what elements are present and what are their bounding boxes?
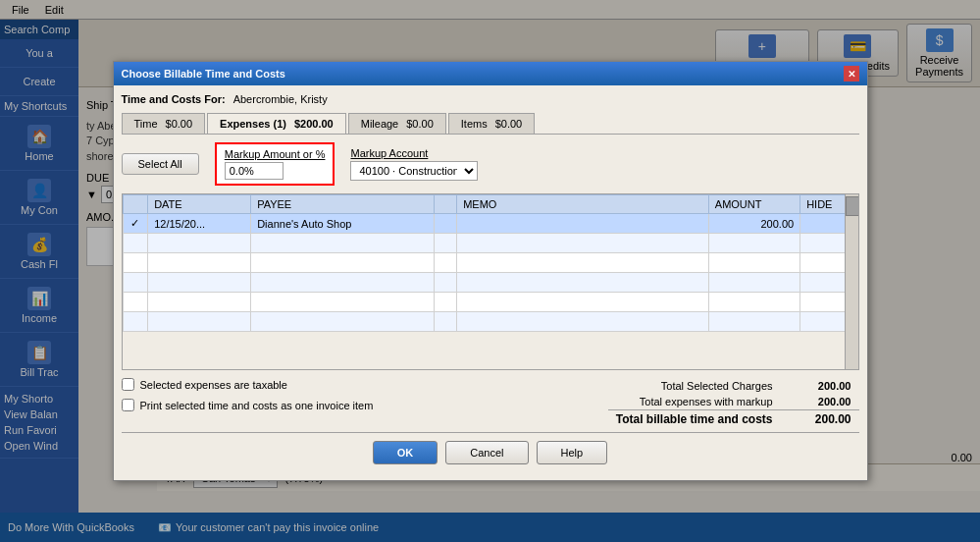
table-row-empty-4: [123, 293, 857, 312]
markup-input[interactable]: [225, 162, 284, 180]
table-row-empty-3: [123, 273, 857, 293]
empty-amount-4: [708, 293, 799, 312]
tab-items[interactable]: Items $0.00: [448, 113, 535, 134]
table-row: ✓ 12/15/20... Dianne's Auto Shop 200.00: [123, 214, 857, 234]
help-button[interactable]: Help: [537, 441, 608, 464]
tab-items-label: Items: [461, 118, 488, 130]
modal-close-button[interactable]: ✕: [844, 66, 859, 81]
col-amount: AMOUNT: [708, 195, 799, 214]
total-billable-label: Total billable time and costs: [608, 410, 781, 429]
total-selected-row: Total Selected Charges 200.00: [608, 378, 859, 394]
empty-memo-1: [457, 234, 709, 253]
table-row-empty-2: [123, 253, 857, 273]
tab-time-amount: $0.00: [166, 118, 193, 130]
empty-check-1: [123, 234, 148, 253]
col-memo: MEMO: [457, 195, 709, 214]
tab-mileage[interactable]: Mileage $0.00: [348, 113, 446, 134]
empty-date-4: [148, 293, 251, 312]
empty-payee-3: [251, 273, 435, 293]
total-markup-value: 200.00: [781, 394, 859, 410]
empty-date-2: [148, 253, 251, 273]
total-markup-label: Total expenses with markup: [608, 394, 781, 410]
tabs-row: Time $0.00 Expenses (1) $200.00 Mileage …: [122, 113, 859, 135]
checkboxes-section: Selected expenses are taxable Print sele…: [122, 378, 374, 415]
markup-account-select[interactable]: 40100 · Construction...: [350, 161, 478, 181]
empty-payee-5: [251, 312, 435, 332]
empty-payee-4: [251, 293, 435, 312]
tab-time[interactable]: Time $0.00: [122, 113, 206, 134]
empty-payee-1: [251, 234, 435, 253]
col-payee: PAYEE: [251, 195, 435, 214]
empty-payee-2: [251, 253, 435, 273]
scrollbar-track[interactable]: [845, 194, 858, 369]
empty-spacer-2: [434, 253, 456, 273]
markup-account-label: Markup Account: [350, 147, 478, 159]
empty-memo-5: [457, 312, 709, 332]
taxable-checkbox[interactable]: [122, 378, 134, 391]
empty-date-5: [148, 312, 251, 332]
print-checkbox-row: Print selected time and costs as one inv…: [122, 399, 374, 411]
col-check: [123, 195, 148, 214]
row-date: 12/15/20...: [148, 214, 251, 234]
total-billable-value: 200.00: [781, 410, 859, 429]
total-selected-value: 200.00: [781, 378, 859, 394]
print-label: Print selected time and costs as one inv…: [140, 400, 374, 411]
markup-box: Markup Amount or %: [215, 142, 335, 186]
expense-table: DATE PAYEE MEMO AMOUNT HIDE ✓: [123, 194, 858, 332]
tab-expenses-label: Expenses (1): [220, 118, 286, 130]
markup-account-section: Markup Account 40100 · Construction...: [350, 147, 478, 181]
row-spacer: [434, 214, 456, 234]
empty-amount-5: [708, 312, 799, 332]
empty-spacer-3: [434, 273, 456, 293]
empty-check-2: [123, 253, 148, 273]
empty-amount-1: [708, 234, 799, 253]
account-select-row: 40100 · Construction...: [350, 161, 478, 181]
modal-title: Choose Billable Time and Costs: [122, 68, 285, 80]
totals-section: Total Selected Charges 200.00 Total expe…: [608, 378, 859, 428]
checkmark-icon: ✓: [130, 217, 139, 229]
modal-titlebar: Choose Billable Time and Costs ✕: [114, 62, 867, 85]
summary-table: Total Selected Charges 200.00 Total expe…: [608, 378, 859, 428]
tab-mileage-label: Mileage: [361, 118, 399, 130]
modal-overlay: Choose Billable Time and Costs ✕ Time an…: [0, 0, 980, 542]
empty-memo-2: [457, 253, 709, 273]
customer-name: Abercrombie, Kristy: [233, 93, 328, 105]
summary-area: Selected expenses are taxable Print sele…: [122, 378, 859, 428]
row-amount: 200.00: [708, 214, 799, 234]
ok-button[interactable]: OK: [373, 441, 438, 464]
row-check[interactable]: ✓: [123, 214, 148, 234]
cancel-button[interactable]: Cancel: [445, 441, 528, 464]
empty-spacer-4: [434, 293, 456, 312]
empty-check-5: [123, 312, 148, 332]
markup-label: Markup Amount or %: [225, 148, 326, 160]
controls-row: Select All Markup Amount or % Markup Acc…: [122, 142, 859, 186]
total-markup-row: Total expenses with markup 200.00: [608, 394, 859, 410]
total-selected-label: Total Selected Charges: [608, 378, 781, 394]
tab-expenses-amount: $200.00: [294, 118, 334, 130]
select-all-button[interactable]: Select All: [122, 153, 199, 175]
empty-check-4: [123, 293, 148, 312]
dialog-buttons: OK Cancel Help: [122, 432, 859, 472]
tab-time-label: Time: [134, 118, 158, 130]
tab-items-amount: $0.00: [495, 118, 523, 130]
empty-date-3: [148, 273, 251, 293]
print-checkbox[interactable]: [122, 399, 134, 411]
empty-memo-4: [457, 293, 709, 312]
time-costs-header: Time and Costs For: Abercrombie, Kristy: [122, 93, 859, 105]
empty-check-3: [123, 273, 148, 293]
col-spacer: [434, 195, 456, 214]
tab-expenses[interactable]: Expenses (1) $200.00: [207, 113, 346, 134]
modal-body: Time and Costs For: Abercrombie, Kristy …: [114, 85, 867, 480]
tab-mileage-amount: $0.00: [406, 118, 434, 130]
row-memo: [457, 214, 709, 234]
empty-amount-3: [708, 273, 799, 293]
empty-spacer-5: [434, 312, 456, 332]
empty-amount-2: [708, 253, 799, 273]
empty-memo-3: [457, 273, 709, 293]
expense-table-container: DATE PAYEE MEMO AMOUNT HIDE ✓: [122, 193, 859, 370]
scrollbar-thumb[interactable]: [846, 196, 859, 216]
modal-dialog: Choose Billable Time and Costs ✕ Time an…: [113, 61, 868, 481]
row-payee: Dianne's Auto Shop: [251, 214, 435, 234]
col-date: DATE: [148, 195, 251, 214]
table-row-empty-1: [123, 234, 857, 253]
